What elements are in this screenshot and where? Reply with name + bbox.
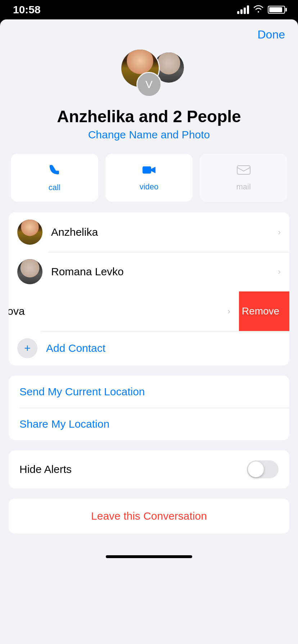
status-bar: 10:58 (0, 0, 298, 19)
contact-row-anzhelika[interactable]: Anzhelika › (9, 212, 289, 252)
wifi-icon (253, 5, 263, 15)
leave-conversation-label: Leave this Conversation (91, 510, 207, 522)
call-button[interactable]: call (11, 154, 98, 202)
contacts-section: Anzhelika › Romana Levko › V Vova › Remo… (9, 212, 289, 365)
chevron-icon-vova: › (227, 306, 230, 316)
status-time: 10:58 (13, 4, 41, 16)
send-location-label: Send My Current Location (19, 386, 145, 397)
video-label: video (140, 182, 159, 192)
battery-icon (268, 6, 285, 14)
share-location-row[interactable]: Share My Location (9, 408, 289, 440)
add-contact-row[interactable]: + Add Contact (9, 331, 289, 365)
hide-alerts-label: Hide Alerts (19, 463, 72, 475)
toggle-knob (248, 461, 264, 477)
contact-name-anzhelika: Anzhelika (51, 226, 278, 238)
mail-icon (237, 164, 250, 179)
leave-section: Leave this Conversation (9, 498, 289, 534)
leave-conversation-row[interactable]: Leave this Conversation (9, 498, 289, 534)
change-name-photo-button[interactable]: Change Name and Photo (88, 129, 210, 141)
contact-avatar-romana (17, 259, 42, 284)
group-title: Anzhelika and 2 People Change Name and P… (0, 107, 298, 141)
contact-row-romana[interactable]: Romana Levko › (9, 252, 289, 291)
share-location-label: Share My Location (19, 418, 109, 430)
remove-button[interactable]: Remove (232, 291, 289, 331)
detail-sheet: Done V Anzhelika and 2 People Change Nam… (0, 19, 298, 644)
home-bar (106, 555, 192, 558)
add-contact-icon: + (17, 338, 37, 358)
svg-rect-0 (143, 166, 151, 174)
location-section: Send My Current Location Share My Locati… (9, 376, 289, 440)
chevron-icon-anzhelika: › (278, 227, 281, 237)
alerts-section: Hide Alerts (9, 450, 289, 488)
avatar-cluster: V (0, 49, 298, 99)
contact-name-vova: Vova (9, 305, 227, 317)
svg-rect-1 (237, 166, 250, 174)
avatar-v: V (136, 72, 162, 97)
contact-row-vova[interactable]: V Vova › (9, 291, 239, 331)
mail-label: mail (236, 182, 251, 192)
home-indicator (0, 548, 298, 562)
hide-alerts-toggle[interactable] (247, 460, 279, 478)
add-contact-label: Add Contact (46, 342, 105, 354)
action-buttons-row: call video mail (11, 154, 287, 202)
chevron-icon-romana: › (278, 267, 281, 277)
call-icon (48, 163, 61, 179)
call-label: call (49, 183, 60, 192)
video-button[interactable]: video (105, 154, 193, 202)
contact-avatar-anzhelika (17, 220, 42, 245)
done-button[interactable]: Done (258, 28, 285, 41)
mail-button[interactable]: mail (200, 154, 287, 202)
contact-row-vova-container: V Vova › Remove (9, 291, 289, 331)
video-icon (142, 164, 156, 179)
contact-name-romana: Romana Levko (51, 266, 278, 278)
signal-icon (237, 5, 249, 14)
alerts-row: Hide Alerts (9, 450, 289, 488)
send-location-row[interactable]: Send My Current Location (9, 376, 289, 408)
status-icons (237, 5, 285, 15)
top-bar: Done (0, 19, 298, 45)
group-name: Anzhelika and 2 People (14, 107, 284, 126)
